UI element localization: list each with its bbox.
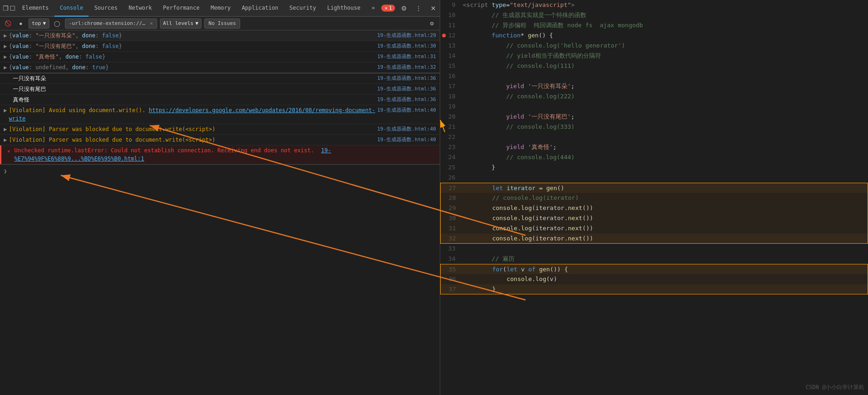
expand-icon[interactable]: ▶ bbox=[4, 125, 7, 133]
source-link[interactable]: 19-生成器函数.html:29 bbox=[377, 31, 440, 40]
levels-chevron-icon: ▼ bbox=[195, 20, 199, 26]
code-line: 21 // console.log(333) bbox=[440, 122, 868, 132]
error-badge[interactable]: ✕ 1 bbox=[381, 5, 395, 12]
code-line: 34 // 遍历 bbox=[440, 254, 868, 264]
url-filter-input[interactable]: -url:chrome-extension://jgphnjokjhj ✕ bbox=[65, 18, 157, 29]
code-line: 33 bbox=[440, 244, 868, 254]
console-row: 一只没有耳朵 19-生成器函数.html:36 bbox=[0, 73, 440, 84]
code-line: 37 } bbox=[440, 284, 868, 294]
context-selector[interactable]: top ▼ bbox=[29, 18, 49, 29]
console-row-error: ✕ Unchecked runtime.lastError: Could not… bbox=[0, 145, 440, 164]
expand-icon[interactable]: ▶ bbox=[4, 63, 7, 72]
code-line: 24 // console.log(444) bbox=[440, 152, 868, 162]
code-line: 28 // console.log(iterator) bbox=[440, 193, 868, 203]
source-link[interactable]: 19-生成器函数.html:30 bbox=[377, 42, 440, 50]
code-line: 31 console.log(iterator.next()) bbox=[440, 223, 868, 233]
watermark: CSDN @小小白学计算机 bbox=[806, 383, 864, 391]
tab-performance[interactable]: Performance bbox=[158, 0, 205, 17]
code-line: 22 bbox=[440, 132, 868, 142]
tab-application[interactable]: Application bbox=[236, 0, 283, 17]
more-options-icon[interactable]: ⋮ bbox=[413, 2, 425, 14]
console-output: ▶ {value: "一只没有耳朵", done: false} 19-生成器函… bbox=[0, 30, 440, 395]
tab-lighthouse[interactable]: Lighthouse bbox=[322, 0, 366, 17]
code-line: 14 // yield相当于函数代码的分隔符 bbox=[440, 51, 868, 61]
code-editor: 9 <script type="text/javascript"> 10 // … bbox=[440, 0, 868, 395]
expand-icon[interactable]: ▶ bbox=[4, 42, 7, 50]
console-row: 一只没有尾巴 19-生成器函数.html:36 bbox=[0, 84, 440, 95]
console-settings-icon[interactable]: ⚙ bbox=[427, 18, 437, 29]
source-link[interactable]: 19-生成器函数.html:31 bbox=[377, 53, 440, 61]
source-link[interactable]: 19-生成器函数.html:36 bbox=[377, 74, 440, 83]
tab-elements[interactable]: Elements bbox=[17, 0, 54, 17]
filter-icon[interactable]: ● bbox=[16, 18, 26, 29]
code-line: 15 // console.log(111) bbox=[440, 61, 868, 71]
devtools-toolbar: ❐ ☐ Elements Console Sources Network Per… bbox=[0, 0, 440, 17]
code-line: 29 console.log(iterator.next()) bbox=[440, 203, 868, 213]
clear-console-icon[interactable]: 🚫 bbox=[3, 18, 13, 29]
code-line: 36 console.log(v) bbox=[440, 274, 868, 284]
devtools-tabs: Elements Console Sources Network Perform… bbox=[17, 0, 380, 17]
code-line: 17 yield '一只没有耳朵'; bbox=[440, 81, 868, 91]
code-line: 25 } bbox=[440, 162, 868, 173]
inspect-icon[interactable]: ❐ bbox=[3, 2, 9, 14]
settings-icon[interactable]: ⚙ bbox=[398, 2, 410, 14]
console-row-violation: ▶ [Violation] Parser was blocked due to … bbox=[0, 124, 440, 135]
code-line: 30 console.log(iterator.next()) bbox=[440, 213, 868, 223]
tab-network[interactable]: Network bbox=[123, 0, 158, 17]
prompt-icon: ❯ bbox=[4, 167, 7, 175]
tab-console[interactable]: Console bbox=[54, 0, 89, 17]
toolbar-right: ✕ 1 ⚙ ⋮ ✕ bbox=[381, 2, 439, 14]
console-row-violation: ▶ [Violation] Avoid using document.write… bbox=[0, 105, 440, 124]
code-line: 18 // console.log(222) bbox=[440, 91, 868, 102]
console-row: ▶ {value: undefined, done: true} 19-生成器函… bbox=[0, 62, 440, 73]
clear-filter-icon[interactable]: ✕ bbox=[150, 20, 153, 26]
code-line: 13 // console.log('hello generator') bbox=[440, 41, 868, 51]
code-line: 10 // 生成器其实就是一个特殊的函数 bbox=[440, 10, 868, 20]
code-line: 11 // 异步编程 纯回调函数 node fs ajax mongodb bbox=[440, 20, 868, 30]
source-link[interactable]: 19-生成器函数.html:36 bbox=[377, 85, 440, 93]
code-line: 26 bbox=[440, 173, 868, 183]
code-line: 16 bbox=[440, 71, 868, 81]
tab-memory[interactable]: Memory bbox=[205, 0, 236, 17]
code-line: 35 for(let v of gen()) { bbox=[440, 264, 868, 274]
code-line: 12 function* gen() { bbox=[440, 30, 868, 41]
code-line: 32 console.log(iterator.next()) bbox=[440, 233, 868, 244]
console-toolbar: 🚫 ● top ▼ ◯ -url:chrome-extension://jgph… bbox=[0, 17, 440, 30]
code-line: 23 yield '真奇怪'; bbox=[440, 142, 868, 152]
source-link[interactable]: 19-生成器函数.html:40 bbox=[377, 106, 440, 114]
code-line: 9 <script type="text/javascript"> bbox=[440, 0, 868, 10]
eye-icon[interactable]: ◯ bbox=[52, 18, 62, 29]
expand-icon[interactable]: ▶ bbox=[4, 136, 7, 144]
tab-sources[interactable]: Sources bbox=[89, 0, 123, 17]
no-issues-badge: No Issues bbox=[204, 18, 240, 29]
code-line: 19 bbox=[440, 102, 868, 112]
code-panel: 9 <script type="text/javascript"> 10 // … bbox=[440, 0, 868, 395]
source-link[interactable]: 19-生成器函数.html:36 bbox=[377, 96, 440, 104]
console-row: ▶ {value: "真奇怪", done: false} 19-生成器函数.h… bbox=[0, 52, 440, 62]
source-link[interactable]: 19-生成器函数.html:32 bbox=[377, 63, 440, 72]
console-row: 真奇怪 19-生成器函数.html:36 bbox=[0, 95, 440, 105]
console-row-violation: ▶ [Violation] Parser was blocked due to … bbox=[0, 135, 440, 145]
source-link[interactable]: 19-生成器函数.html:40 bbox=[377, 136, 440, 144]
code-line: 20 yield '一只没有尾巴'; bbox=[440, 112, 868, 122]
source-link[interactable]: 19-生成器函数.html:40 bbox=[377, 125, 440, 133]
devtools-panel: ❐ ☐ Elements Console Sources Network Per… bbox=[0, 0, 440, 395]
chevron-down-icon: ▼ bbox=[43, 20, 46, 26]
close-icon[interactable]: ✕ bbox=[427, 2, 439, 14]
error-icon: ✕ bbox=[5, 147, 12, 156]
expand-icon[interactable]: ▶ bbox=[4, 31, 7, 40]
tab-security[interactable]: Security bbox=[284, 0, 322, 17]
console-row: ▶ {value: "一只没有尾巴", done: false} 19-生成器函… bbox=[0, 41, 440, 52]
expand-icon[interactable]: ▶ bbox=[4, 106, 7, 114]
tab-more[interactable]: » bbox=[366, 0, 380, 17]
console-input-row[interactable]: ❯ bbox=[0, 164, 440, 177]
console-row: ▶ {value: "一只没有耳朵", done: false} 19-生成器函… bbox=[0, 30, 440, 41]
code-line: 27 let iterator = gen() bbox=[440, 183, 868, 193]
device-icon[interactable]: ☐ bbox=[10, 2, 16, 14]
expand-icon[interactable]: ▶ bbox=[4, 53, 7, 61]
levels-selector[interactable]: All levels ▼ bbox=[160, 18, 202, 29]
